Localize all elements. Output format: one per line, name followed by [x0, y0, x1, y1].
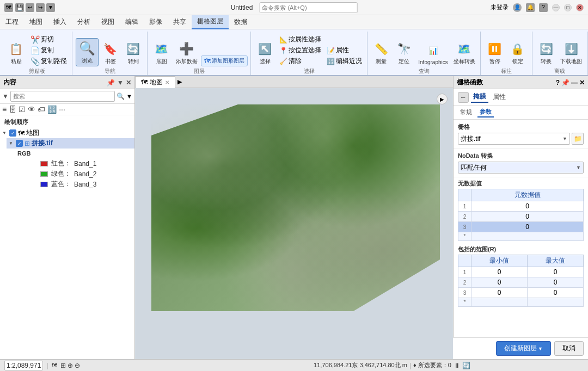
redo-icon[interactable]: ↪: [36, 3, 45, 12]
raster-select[interactable]: 拼接.tif ▼: [458, 133, 570, 145]
range-row-3-min[interactable]: 0: [471, 288, 528, 298]
minimize-btn[interactable]: —: [552, 4, 560, 11]
list-by-selection-icon[interactable]: ☑: [19, 105, 26, 114]
ribbon-btn-infographics[interactable]: 📊 Infographics: [416, 41, 450, 66]
customize-icon[interactable]: ▼: [46, 3, 55, 12]
status-tool-3[interactable]: ⊖: [75, 362, 80, 369]
raster-expand-arrow[interactable]: ▼: [9, 141, 14, 146]
range-row-2-max[interactable]: 0: [528, 277, 584, 288]
raster-folder-btn[interactable]: 📁: [572, 133, 584, 145]
raster-back-btn[interactable]: ←: [458, 92, 469, 103]
status-tool-1[interactable]: ⊞: [60, 362, 66, 369]
command-search-input[interactable]: [259, 2, 357, 13]
ribbon-btn-paste[interactable]: 📋 粘贴: [5, 39, 27, 66]
ribbon-btn-lock[interactable]: 🔒 锁定: [507, 39, 529, 66]
range-row-3-max[interactable]: 0: [528, 288, 584, 298]
map-tab-close-btn[interactable]: ✕: [165, 79, 169, 85]
user-avatar[interactable]: 👤: [513, 3, 522, 12]
contents-close-icon[interactable]: ✕: [126, 79, 131, 86]
pause-icon[interactable]: ⏸: [454, 362, 460, 369]
save-icon[interactable]: 💾: [15, 3, 24, 12]
map-canvas[interactable]: ▶: [135, 88, 453, 359]
search-icon[interactable]: 🔍: [117, 92, 125, 100]
ribbon-btn-edit-status[interactable]: 🔢 编辑近况: [324, 56, 364, 66]
attribute-tab[interactable]: 属性: [491, 92, 508, 102]
menu-map[interactable]: 地图: [24, 15, 48, 29]
nodata-row-3-value[interactable]: 0: [471, 222, 584, 232]
contents-search-input[interactable]: [10, 91, 115, 102]
status-tool-2[interactable]: ⊕: [68, 362, 73, 369]
layer-visibility-icon[interactable]: 👁: [28, 105, 35, 114]
nodata-row-2-value[interactable]: 0: [471, 212, 584, 222]
menu-project[interactable]: 工程: [0, 15, 24, 29]
raster-layer-item[interactable]: ▼ ✓ ⊞ 拼接.tif: [7, 138, 134, 149]
menu-share[interactable]: 共享: [168, 15, 192, 29]
range-row-2-min[interactable]: 0: [471, 277, 528, 288]
ribbon-btn-pause[interactable]: ⏸️ 暂停: [484, 39, 506, 66]
search-options-icon[interactable]: ▼: [126, 93, 132, 100]
list-by-drawing-order-icon[interactable]: ≡: [2, 105, 7, 114]
ribbon-btn-goto[interactable]: 🔄 转到: [122, 39, 144, 66]
coord-display-btn[interactable]: 🗺: [52, 362, 57, 368]
map-layer-checkbox[interactable]: ✓: [9, 129, 16, 137]
normal-subtab[interactable]: 常规: [458, 108, 474, 117]
layer-filter-icon[interactable]: 🔢: [47, 105, 57, 114]
create-layer-dropdown-icon[interactable]: ▼: [538, 346, 543, 351]
menu-view[interactable]: 视图: [96, 15, 120, 29]
cancel-btn[interactable]: 取消: [554, 341, 584, 356]
list-by-datasource-icon[interactable]: 🗄: [9, 105, 16, 114]
layer-label-icon[interactable]: 🏷: [38, 105, 45, 114]
refresh-icon[interactable]: 🔄: [462, 362, 470, 369]
raster-panel-close-icon[interactable]: ✕: [579, 79, 585, 86]
range-row-star-max[interactable]: [528, 298, 584, 307]
ribbon-btn-add-data[interactable]: ➕ 添加数据: [174, 39, 200, 66]
menu-analysis[interactable]: 分析: [72, 15, 96, 29]
range-row-1-max[interactable]: 0: [528, 267, 584, 277]
ribbon-btn-bookmark[interactable]: 🔖 书签: [100, 39, 121, 66]
range-row-1-min[interactable]: 0: [471, 267, 528, 277]
ribbon-btn-convert[interactable]: 🔄 转换: [535, 39, 557, 66]
ribbon-btn-basemap[interactable]: 🗺️ 底图: [151, 39, 173, 66]
undo-icon[interactable]: ↩: [26, 3, 34, 12]
menu-imagery[interactable]: 影像: [144, 15, 168, 29]
menu-insert[interactable]: 插入: [48, 15, 72, 29]
ribbon-btn-clear[interactable]: 🧹 清除: [277, 56, 323, 66]
raster-panel-question-icon[interactable]: ?: [556, 79, 560, 86]
ribbon-btn-browse[interactable]: 🔍 浏览: [76, 38, 99, 66]
ribbon-btn-select-attr[interactable]: 📐 按属性选择: [277, 34, 323, 45]
ribbon-btn-select-location[interactable]: 📍 按位置选择: [277, 45, 323, 55]
raster-panel-pin-icon[interactable]: 📌: [561, 79, 569, 86]
ribbon-btn-locate[interactable]: 🔭 定位: [393, 39, 415, 66]
more-options-icon[interactable]: ···: [59, 105, 65, 114]
nodata-row-1-value[interactable]: 0: [471, 201, 584, 212]
nodata-row-star-value[interactable]: [471, 232, 584, 241]
ribbon-btn-select[interactable]: ↖️ 选择: [254, 39, 276, 66]
create-layer-btn[interactable]: 创建新图层 ▼: [496, 341, 551, 356]
ribbon-btn-copy-path[interactable]: 📎 复制路径: [28, 56, 69, 66]
ribbon-btn-cut[interactable]: ✂️ 剪切: [28, 34, 69, 45]
range-row-star-min[interactable]: [471, 298, 528, 307]
pin-icon[interactable]: 📌: [107, 79, 115, 86]
ribbon-btn-download-map[interactable]: ⬇️ 下载地图: [558, 39, 584, 66]
ribbon-btn-add-layer[interactable]: 🗺 添加图形图层: [201, 55, 248, 66]
nodata-select[interactable]: 匹配任何 ▼: [458, 162, 584, 174]
menu-edit[interactable]: 编辑: [120, 15, 144, 29]
ribbon-btn-measure[interactable]: 📏 测量: [370, 39, 392, 66]
ribbon-btn-copy[interactable]: 📄 复制: [28, 45, 69, 55]
ribbon-btn-coord-transform[interactable]: 🗺️ 坐标转换: [451, 39, 477, 66]
scale-selector[interactable]: 1:2,089,971: [4, 361, 43, 370]
raster-panel-minimize-icon[interactable]: —: [571, 79, 578, 86]
map-layer-item[interactable]: ▼ ✓ 🗺 地图: [0, 128, 134, 138]
maximize-btn[interactable]: □: [564, 4, 572, 11]
menu-raster-layer[interactable]: 栅格图层: [192, 15, 229, 29]
ribbon-btn-attribute[interactable]: 📝 属性: [324, 45, 364, 55]
contents-menu-icon[interactable]: ▼: [117, 79, 124, 86]
menu-data[interactable]: 数据: [229, 15, 253, 29]
map-tab-main[interactable]: 🗺 地图 ✕: [135, 76, 175, 88]
close-btn[interactable]: ✕: [576, 4, 584, 11]
notification-icon[interactable]: 🔔: [526, 3, 535, 12]
params-subtab[interactable]: 参数: [477, 107, 494, 118]
map-nav-arrow[interactable]: ▶: [437, 94, 448, 104]
mask-tab[interactable]: 掩膜: [471, 91, 488, 103]
map-expand-arrow[interactable]: ▼: [2, 131, 8, 135]
